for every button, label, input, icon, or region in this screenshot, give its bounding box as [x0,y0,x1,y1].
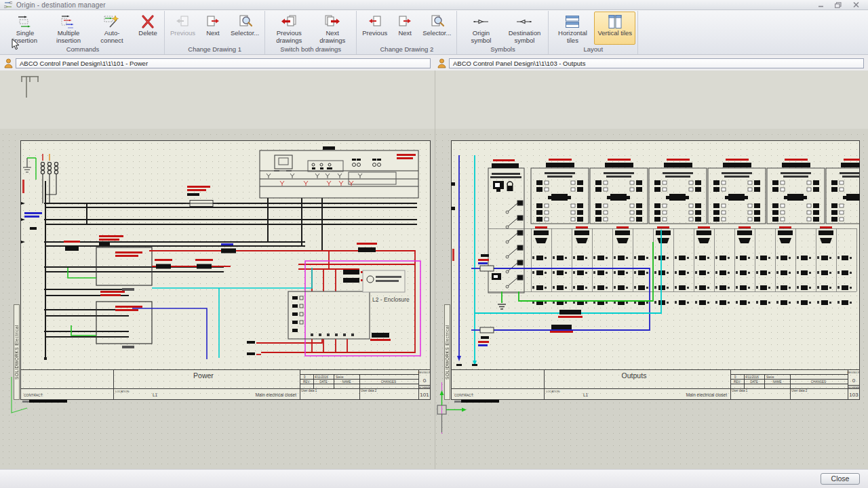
auto-connect-button[interactable]: Auto-connect [90,12,134,45]
delete-icon [140,14,155,30]
svg-text:User data 1: User data 1 [301,389,317,392]
mouse-cursor [12,39,20,50]
drawing1-previous-label: Previous [170,30,195,37]
toolbar-group-switch-both: Previous drawings Next drawings Switch b… [265,11,357,54]
svg-text:0: 0 [734,375,736,379]
drawing2-selector-button[interactable]: Selector... [419,12,454,45]
right-pane-title[interactable]: ABCO Control Panel Design\1\1\103 - Outp… [449,58,864,68]
next-page-icon [397,14,412,30]
minimize-button[interactable] [816,1,825,8]
svg-text:User data 1: User data 1 [732,389,748,392]
group-label-commands: Commands [3,45,162,54]
destination-symbol-button[interactable]: Destination symbol [502,12,546,45]
previous-page-icon [368,14,382,30]
svg-text:L1: L1 [153,392,158,397]
drawing1-next-label: Next [206,30,220,37]
workspace-top-band [0,70,868,129]
next-drawings-label: Next drawings [314,30,351,44]
ribbon-toolbar: Single insertion Multiple insertion [0,10,868,55]
svg-text:LOCATION:: LOCATION: [546,390,560,393]
dialog-footer: Close [0,469,868,488]
previous-drawings-button[interactable]: Previous drawings [267,12,311,45]
enclosure-label: L2 - Enclosure [372,296,410,303]
svg-text:0: 0 [304,375,306,379]
delete-label: Delete [138,30,157,37]
app-icon [4,1,12,9]
vertical-tiles-icon [608,14,623,30]
facility-name: Main electrical closet [256,392,297,397]
drawing2-next-label: Next [398,30,412,37]
insertion-marker [19,72,42,100]
close-window-button[interactable] [852,1,860,8]
selector-icon [237,14,252,30]
facility-name: Main electrical closet [686,392,728,397]
right-drawing-sheet[interactable]: Outputs CONTRACT: LOCATION: L1 Main elec… [451,140,860,400]
svg-text:Steve: Steve [336,375,344,379]
vertical-tiles-button[interactable]: Vertical tiles [594,12,635,45]
close-button[interactable]: Close [821,473,860,485]
scheme-number: 103 [849,392,859,398]
toolbar-group-layout: Horizontal tiles Vertical tiles Layout [549,11,638,54]
svg-text:DATE: DATE [750,380,758,384]
drawing2-previous-button[interactable]: Previous [359,12,391,45]
toolbar-group-change-drawing-2: Previous Next [357,11,457,54]
titlebar: Origin - destination manager [0,0,868,10]
single-insertion-icon [17,14,33,30]
svg-text:L1: L1 [583,392,589,397]
svg-text:SCHEME: SCHEME [848,386,859,389]
previous-page-icon [175,14,190,30]
power-schematic: Power CONTRACT: LOCATION: L1 Main electr… [20,140,431,400]
selector-icon [429,14,444,30]
svg-text:NAME: NAME [772,380,781,384]
drawing-crosshair [419,381,480,436]
revision-number: 0 [852,378,856,384]
destination-symbol-icon [515,14,533,30]
toolbar-group-symbols: Origin symbol Destination symbol Symbols [457,11,549,54]
svg-text:NAME: NAME [342,380,351,384]
drawing2-next-button[interactable]: Next [391,12,419,45]
svg-text:CHANGES: CHANGES [381,380,396,384]
svg-text:CHANGES: CHANGES [811,380,826,384]
right-pane-header: ABCO Control Panel Design\1\1\103 - Outp… [437,58,864,69]
delete-button[interactable]: Delete [134,12,162,45]
svg-text:4/11/2016: 4/11/2016 [315,375,328,379]
origin-symbol-button[interactable]: Origin symbol [459,12,502,45]
drawing1-next-button[interactable]: Next [199,12,227,45]
restore-button[interactable] [834,1,842,8]
next-drawings-button[interactable]: Next drawings [311,12,354,45]
person-icon [4,58,13,68]
single-insertion-button[interactable]: Single insertion [3,12,47,45]
svg-text:Steve: Steve [766,375,774,379]
multiple-insertion-button[interactable]: Multiple insertion [47,12,90,45]
group-label-layout: Layout [551,45,635,54]
horizontal-tiles-button[interactable]: Horizontal tiles [551,12,594,45]
svg-text:4/11/2016: 4/11/2016 [745,375,759,379]
left-pane-title[interactable]: ABCO Control Panel Design\1\1\101 - Powe… [16,58,431,68]
drawing2-previous-label: Previous [362,30,387,37]
group-label-change-drawing-2: Change Drawing 2 [359,45,454,54]
toolbar-group-commands: Single insertion Multiple insertion [1,11,165,54]
auto-connect-icon [103,14,121,30]
group-label-symbols: Symbols [459,45,546,54]
guide-mark [7,375,75,418]
drawing1-selector-button[interactable]: Selector... [227,12,262,45]
outputs-schematic: Outputs CONTRACT: LOCATION: L1 Main elec… [451,140,860,400]
window-title: Origin - destination manager [16,1,106,9]
left-drawing-sheet[interactable]: Power CONTRACT: LOCATION: L1 Main electr… [20,140,431,400]
pane-headers: ABCO Control Panel Design\1\1\101 - Powe… [0,57,868,70]
svg-text:REV.: REV. [734,380,741,384]
origin-symbol-label: Origin symbol [462,30,499,44]
multiple-insertion-icon [60,14,77,30]
multiple-insertion-label: Multiple insertion [50,30,87,44]
group-label-change-drawing-1: Change Drawing 1 [167,45,262,54]
drawing1-previous-button[interactable]: Previous [167,12,199,45]
left-pane-header: ABCO Control Panel Design\1\1\101 - Powe… [4,58,431,69]
horizontal-tiles-icon [565,14,580,30]
origin-symbol-icon [472,14,490,30]
vertical-tiles-label: Vertical tiles [597,30,632,37]
drawing-workspace[interactable]: Power CONTRACT: LOCATION: L1 Main electr… [0,70,868,469]
svg-text:User data 2: User data 2 [361,389,377,392]
svg-text:LOCATION:: LOCATION: [115,390,130,393]
toolbar-group-change-drawing-1: Previous Next [165,11,265,54]
next-drawings-icon [324,14,340,30]
